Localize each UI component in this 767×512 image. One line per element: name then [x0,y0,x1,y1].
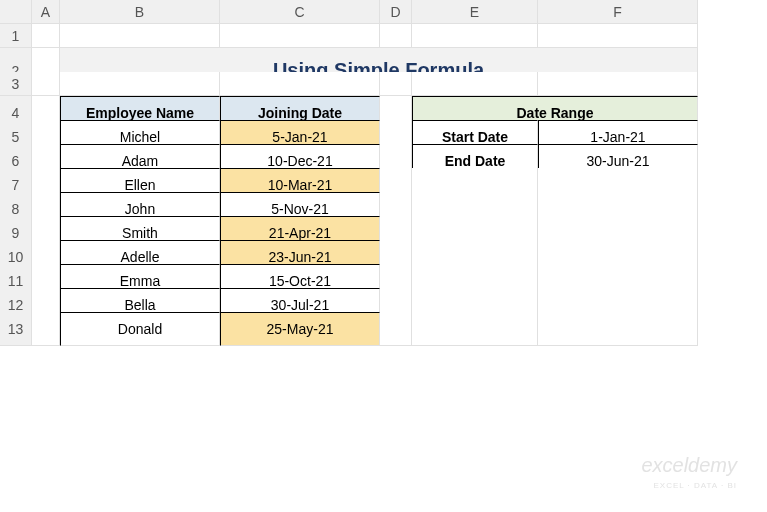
cell-C3[interactable] [220,72,380,96]
col-header-C[interactable]: C [220,0,380,24]
cell-D1[interactable] [380,24,412,48]
cell-A13[interactable] [32,312,60,346]
cell-E3[interactable] [412,72,538,96]
cell-C1[interactable] [220,24,380,48]
cell-E13[interactable] [412,312,538,346]
cell-A3[interactable] [32,72,60,96]
cell-B1[interactable] [60,24,220,48]
cell-D13[interactable] [380,312,412,346]
select-all-corner[interactable] [0,0,32,24]
cell-F3[interactable] [538,72,698,96]
row-header-1[interactable]: 1 [0,24,32,48]
col-header-B[interactable]: B [60,0,220,24]
watermark-subtext: EXCEL · DATA · BI [653,481,737,490]
col-header-F[interactable]: F [538,0,698,24]
col-header-D[interactable]: D [380,0,412,24]
joining-date-cell[interactable]: 25-May-21 [220,312,380,346]
cell-A1[interactable] [32,24,60,48]
employee-name-cell[interactable]: Donald [60,312,220,346]
cell-F13[interactable] [538,312,698,346]
col-header-E[interactable]: E [412,0,538,24]
row-header-3[interactable]: 3 [0,72,32,96]
cell-F1[interactable] [538,24,698,48]
watermark-logo: exceldemy [641,454,737,477]
cell-B3[interactable] [60,72,220,96]
spreadsheet-grid: A B C D E F 1 2 Using Simple Formula 3 4… [0,0,767,336]
col-header-A[interactable]: A [32,0,60,24]
cell-D3[interactable] [380,72,412,96]
row-header-13[interactable]: 13 [0,312,32,346]
cell-E1[interactable] [412,24,538,48]
